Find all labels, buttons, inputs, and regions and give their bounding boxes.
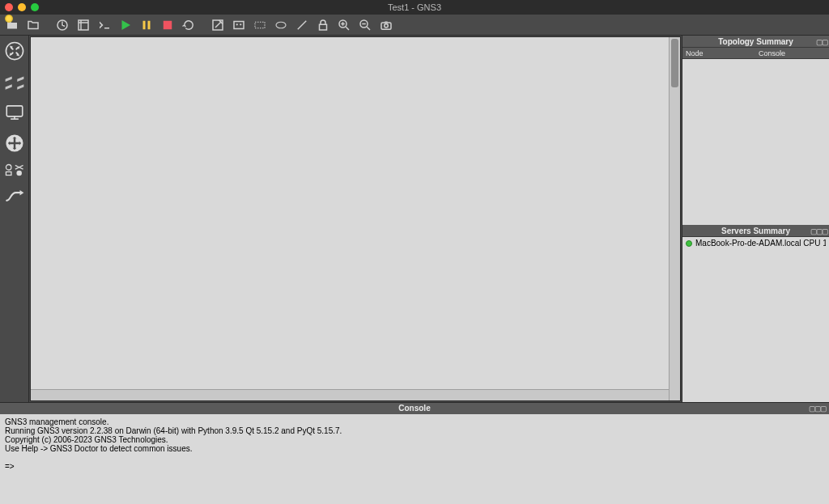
column-node[interactable]: Node	[682, 48, 715, 58]
close-window-icon[interactable]	[5, 3, 13, 11]
start-all-button[interactable]	[117, 16, 134, 34]
reload-all-button[interactable]	[180, 16, 198, 34]
canvas-horizontal-scrollbar[interactable]	[31, 389, 669, 400]
svg-point-29	[16, 171, 22, 176]
svg-line-14	[346, 27, 349, 30]
window-title: Test1 - GNS3	[388, 2, 441, 12]
console-line: GNS3 management console.	[5, 417, 108, 426]
svg-line-11	[298, 20, 307, 29]
switches-button[interactable]	[2, 70, 27, 94]
svg-point-10	[276, 22, 286, 28]
stop-all-button[interactable]	[159, 16, 176, 34]
draw-rectangle-button[interactable]	[251, 16, 269, 34]
routers-button[interactable]	[2, 39, 27, 63]
minimize-window-icon[interactable]	[18, 3, 26, 11]
console-line: Copyright (c) 2006-2023 GNS3 Technologie…	[5, 435, 168, 444]
svg-point-27	[6, 165, 11, 171]
svg-rect-2	[143, 20, 146, 29]
canvas-wrap	[29, 36, 682, 402]
svg-rect-23	[6, 106, 23, 116]
center-column	[29, 36, 682, 402]
panel-dock-icon[interactable]: ▢▢	[816, 36, 827, 49]
column-console[interactable]: Console	[715, 48, 829, 58]
console-line: Running GNS3 version 2.2.38 on Darwin (6…	[5, 426, 342, 435]
show-hide-interfaces-button[interactable]	[74, 16, 92, 34]
topology-columns: Node Console	[682, 48, 829, 59]
topology-list[interactable]	[682, 59, 829, 225]
server-row[interactable]: MacBook-Pro-de-ADAM.local CPU 13.6...	[686, 239, 826, 248]
lock-items-button[interactable]	[314, 16, 332, 34]
servers-summary-header[interactable]: Servers Summary ▢▢▢	[682, 225, 829, 237]
all-devices-button[interactable]	[2, 162, 27, 178]
console-header[interactable]: Console ▢▢▢	[0, 403, 829, 414]
server-label: MacBook-Pro-de-ADAM.local CPU 13.6...	[695, 239, 826, 248]
add-note-button[interactable]	[209, 16, 227, 34]
svg-rect-6	[234, 21, 244, 28]
svg-point-21	[385, 23, 389, 28]
panel-dock-icon[interactable]: ▢▢▢	[810, 226, 827, 238]
end-devices-button[interactable]	[2, 100, 27, 125]
device-toolbar	[0, 36, 29, 402]
draw-ellipse-button[interactable]	[272, 16, 290, 34]
topology-summary-header[interactable]: Topology Summary ▢▢	[682, 36, 829, 48]
zoom-in-button[interactable]	[335, 16, 353, 34]
pause-all-button[interactable]	[138, 16, 155, 34]
security-devices-button[interactable]	[2, 131, 27, 155]
svg-rect-28	[6, 172, 11, 175]
window-controls	[5, 3, 39, 11]
servers-section: Servers Summary ▢▢▢ MacBook-Pro-de-ADAM.…	[682, 225, 829, 402]
canvas-vertical-scrollbar[interactable]	[669, 37, 680, 400]
console-output[interactable]: GNS3 management console. Running GNS3 ve…	[0, 414, 829, 504]
snapshot-button[interactable]	[53, 16, 71, 34]
topology-canvas[interactable]	[30, 36, 681, 401]
open-project-alt-button[interactable]	[24, 16, 42, 34]
svg-rect-9	[255, 22, 265, 28]
draw-line-button[interactable]	[293, 16, 311, 34]
scrollbar-thumb[interactable]	[671, 39, 678, 87]
topology-summary-body: Node Console	[682, 48, 829, 225]
unsaved-badge-icon	[5, 15, 13, 23]
console-line: Use Help -> GNS3 Doctor to detect common…	[5, 444, 192, 453]
insert-image-button[interactable]	[230, 16, 248, 34]
zoom-out-button[interactable]	[356, 16, 374, 34]
console-title: Console	[398, 404, 430, 413]
svg-point-22	[6, 42, 23, 59]
console-all-button[interactable]	[96, 16, 113, 34]
svg-rect-1	[79, 20, 88, 30]
right-panel: Topology Summary ▢▢ Node Console Servers…	[682, 36, 829, 402]
svg-point-8	[240, 23, 241, 25]
status-dot-icon	[686, 240, 692, 247]
titlebar: Test1 - GNS3	[0, 0, 829, 15]
svg-rect-3	[148, 20, 151, 29]
console-prompt: =>	[5, 462, 15, 471]
screenshot-button[interactable]	[377, 16, 395, 34]
main-area: Topology Summary ▢▢ Node Console Servers…	[0, 36, 829, 402]
svg-point-7	[236, 23, 238, 25]
svg-rect-4	[164, 20, 172, 29]
servers-list[interactable]: MacBook-Pro-de-ADAM.local CPU 13.6...	[682, 237, 829, 402]
panel-dock-icon[interactable]: ▢▢▢	[809, 403, 826, 414]
svg-rect-12	[320, 24, 327, 30]
servers-summary-title: Servers Summary	[721, 227, 790, 235]
console-panel: Console ▢▢▢ GNS3 management console. Run…	[0, 402, 829, 504]
svg-line-18	[367, 27, 370, 30]
add-link-button[interactable]	[2, 184, 27, 209]
topology-summary-title: Topology Summary	[718, 37, 793, 46]
maximize-window-icon[interactable]	[31, 3, 39, 11]
main-toolbar	[0, 15, 829, 36]
